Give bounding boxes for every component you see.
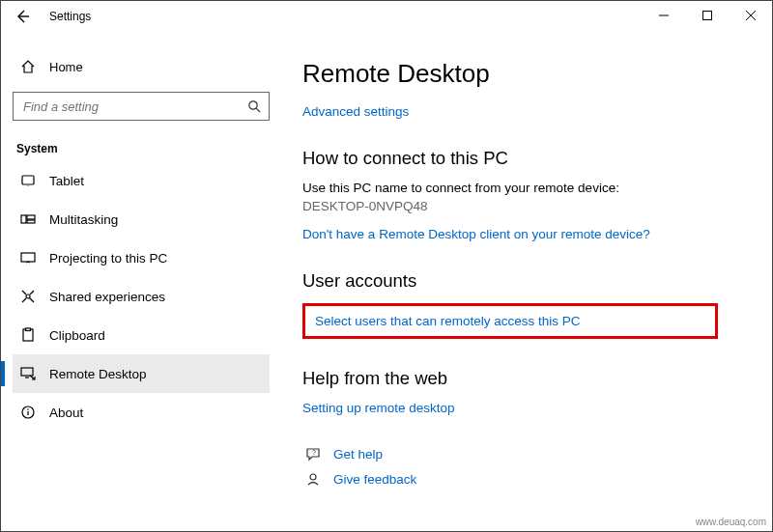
sidebar-item-label: Clipboard xyxy=(49,328,105,343)
sidebar-home-label: Home xyxy=(49,60,83,74)
setup-remote-link[interactable]: Setting up remote desktop xyxy=(302,401,455,415)
search-input[interactable] xyxy=(21,98,247,115)
sidebar-item-label: Multitasking xyxy=(49,212,118,227)
svg-rect-7 xyxy=(22,176,34,184)
sidebar-item-label: Remote Desktop xyxy=(49,367,147,381)
svg-line-6 xyxy=(256,108,260,112)
svg-point-8 xyxy=(28,185,29,186)
projecting-icon xyxy=(16,250,40,266)
svg-point-5 xyxy=(249,101,257,109)
sidebar-item-label: Shared experiences xyxy=(49,290,165,304)
home-icon xyxy=(16,59,40,74)
sidebar-item-remote-desktop[interactable]: Remote Desktop xyxy=(13,354,270,393)
sidebar-item-label: Tablet xyxy=(49,174,84,188)
svg-point-17 xyxy=(26,294,30,298)
shared-icon xyxy=(16,289,40,304)
sidebar: Home System Tablet Multitasking Pr xyxy=(1,32,281,531)
selection-indicator xyxy=(1,361,5,386)
about-icon xyxy=(16,405,40,420)
give-feedback-label: Give feedback xyxy=(333,472,416,487)
give-feedback-row[interactable]: Give feedback xyxy=(302,471,751,487)
remote-desktop-icon xyxy=(16,366,40,381)
get-help-row[interactable]: ? Get help xyxy=(302,446,751,462)
search-icon xyxy=(247,99,261,113)
maximize-button[interactable] xyxy=(685,1,729,30)
get-help-icon: ? xyxy=(302,446,324,462)
svg-text:?: ? xyxy=(312,449,316,456)
svg-rect-10 xyxy=(27,215,35,219)
connect-heading: How to connect to this PC xyxy=(302,148,751,169)
advanced-settings-link[interactable]: Advanced settings xyxy=(302,104,409,119)
svg-rect-12 xyxy=(21,253,35,262)
search-box[interactable] xyxy=(13,92,270,121)
close-button[interactable] xyxy=(729,1,772,30)
sidebar-item-tablet[interactable]: Tablet xyxy=(13,161,270,200)
svg-line-15 xyxy=(22,298,26,302)
sidebar-item-label: Projecting to this PC xyxy=(49,251,167,266)
clipboard-icon xyxy=(16,327,40,343)
get-help-label: Get help xyxy=(333,447,383,462)
svg-point-23 xyxy=(27,408,29,410)
watermark: www.deuaq.com xyxy=(696,517,766,527)
minimize-button[interactable] xyxy=(642,1,685,30)
no-client-link[interactable]: Don't have a Remote Desktop client on yo… xyxy=(302,227,650,241)
sidebar-item-multitasking[interactable]: Multitasking xyxy=(13,200,270,238)
help-heading: Help from the web xyxy=(302,368,751,389)
sidebar-category: System xyxy=(13,142,270,155)
svg-line-13 xyxy=(22,291,26,294)
svg-rect-2 xyxy=(702,12,711,20)
window-title: Settings xyxy=(49,10,91,23)
svg-point-26 xyxy=(310,474,316,480)
svg-rect-9 xyxy=(21,215,26,223)
tablet-icon xyxy=(16,173,40,188)
svg-rect-20 xyxy=(21,368,33,376)
svg-line-14 xyxy=(30,291,34,294)
sidebar-item-shared[interactable]: Shared experiences xyxy=(13,277,270,316)
sidebar-item-projecting[interactable]: Projecting to this PC xyxy=(13,238,270,277)
connect-description: Use this PC name to connect from your re… xyxy=(302,181,751,195)
multitasking-icon xyxy=(16,211,40,227)
highlight-annotation: Select users that can remotely access th… xyxy=(302,303,718,339)
sidebar-item-label: About xyxy=(49,406,83,420)
main-content: Remote Desktop Advanced settings How to … xyxy=(281,32,772,531)
user-accounts-heading: User accounts xyxy=(302,270,751,292)
pc-name: DESKTOP-0NVPQ48 xyxy=(302,199,751,213)
feedback-icon xyxy=(302,471,324,487)
sidebar-item-clipboard[interactable]: Clipboard xyxy=(13,316,270,354)
svg-line-16 xyxy=(30,298,34,302)
sidebar-item-about[interactable]: About xyxy=(13,393,270,432)
sidebar-home[interactable]: Home xyxy=(13,49,270,84)
back-button[interactable] xyxy=(13,7,32,26)
svg-rect-19 xyxy=(26,328,31,331)
page-title: Remote Desktop xyxy=(302,59,751,89)
svg-rect-11 xyxy=(27,220,35,223)
window-controls xyxy=(642,1,772,30)
select-users-link[interactable]: Select users that can remotely access th… xyxy=(315,314,581,328)
